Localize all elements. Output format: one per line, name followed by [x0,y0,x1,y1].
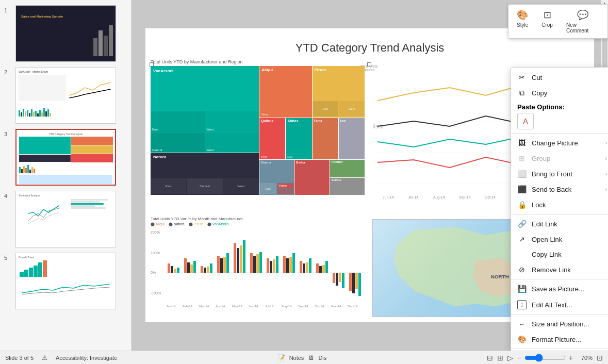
svg-rect-26 [253,256,256,273]
ctx-change-picture[interactable]: 🖼 Change Picture › [511,135,608,151]
view-slide-sorter-icon[interactable]: ⊞ [497,354,503,362]
svg-rect-39 [306,262,308,273]
view-normal-icon[interactable]: ⊟ [487,354,493,362]
slide-item-4[interactable]: 4 Sentiment Analysis [3,190,128,249]
svg-rect-28 [259,252,262,273]
send-to-back-icon: ⬛ [517,185,527,193]
format-picture-icon: 🎨 [517,335,527,343]
svg-text:Jul-14: Jul-14 [408,195,418,199]
ctx-remove-link[interactable]: ⊘ Remove Link [511,262,608,277]
slide-thumb-1[interactable]: Sales and Marketing Sample [15,5,116,62]
open-link-icon: ↗ [517,235,527,243]
svg-rect-7 [174,269,176,273]
notes-icon: 📝 [277,354,285,361]
ctx-send-to-back-label: Send to Back [532,186,600,193]
slide-number-3: 3 [4,129,12,137]
ctx-cut[interactable]: ✂ Cut [511,70,608,85]
ctx-bring-to-front[interactable]: ⬜ Bring to Front › [511,166,608,181]
ctx-edit-alt-text-label: Edit Alt Text... [532,301,607,309]
svg-rect-50 [352,273,355,293]
slide-thumb-3[interactable]: YTD Category Trend Analysis [15,129,116,186]
svg-rect-29 [267,258,269,273]
change-picture-icon: 🖼 [517,139,527,147]
ctx-edit-link[interactable]: 🔗 Edit Link [511,216,608,231]
ctx-edit-alt-text[interactable]: ↕ Edit Alt Text... [511,296,608,313]
ctx-save-as-picture[interactable]: 💾 Save as Picture... [511,281,608,296]
ctx-copy-link[interactable]: Copy Link [511,247,608,262]
accessibility-text[interactable]: Accessibility: Investigate [56,355,117,361]
slide-thumb-2[interactable]: VanArsdel - Market Share [15,67,116,124]
ctx-bring-to-front-label: Bring to Front [532,170,600,178]
bring-to-front-arrow: › [605,171,607,177]
ctx-open-link[interactable]: ↗ Open Link [511,231,608,247]
crop-label: Crop [541,22,553,28]
svg-rect-48 [342,273,344,288]
slide-thumb-5[interactable]: Growth Trend [15,253,116,309]
zoom-in-button[interactable]: + [569,354,573,362]
svg-rect-24 [243,240,245,273]
bring-to-front-icon: ⬜ [517,170,527,178]
bar-chart: Total Units YTD Var % by Month and Manuf… [151,217,365,317]
ctx-lock[interactable]: 🔒 Lock [511,197,608,212]
svg-rect-33 [283,256,286,273]
treemap-chart[interactable]: Total Units YTD by Manufacturer and Regi… [151,59,365,204]
svg-rect-38 [303,263,305,273]
slide-item-3[interactable]: 3 YTD Category Trend Analysis [3,128,128,187]
svg-rect-23 [240,245,242,273]
svg-text:Oct-14: Oct-14 [485,195,496,199]
display-text[interactable]: Dis [318,355,326,361]
svg-text:Aug-14: Aug-14 [433,195,445,200]
ctx-send-to-back[interactable]: ⬛ Send to Back › [511,181,608,197]
status-bar: Slide 3 of 5 ⚠ Accessibility: Investigat… [0,351,608,364]
svg-rect-42 [319,266,322,273]
svg-rect-19 [223,257,226,273]
svg-rect-17 [217,256,220,273]
style-icon: 🎨 [517,9,528,21]
ctx-paste-section: Paste Options: A [511,101,608,131]
slide-number-4: 4 [4,191,12,199]
bar-chart-title: Total Units YTD Var % by Month and Manuf… [151,217,365,221]
svg-rect-13 [201,266,203,273]
svg-rect-40 [309,258,311,273]
slide-panel[interactable]: 1 Sales and Marketing Sample 2 [0,0,132,351]
svg-text:Sep-14: Sep-14 [298,305,308,308]
copy-icon: ⧉ [517,89,527,97]
paste-icon-btn-1[interactable]: A [517,113,534,129]
notes-button[interactable]: Notes [289,355,304,361]
ctx-format-picture[interactable]: 🎨 Format Picture... [511,332,608,347]
ctx-group[interactable]: ⊞ Group › [511,151,608,166]
new-comment-ribbon-icon: 💬 [577,9,588,21]
view-reading-icon[interactable]: ▷ [507,354,513,362]
zoom-out-button[interactable]: − [517,354,521,362]
svg-rect-10 [187,262,190,273]
svg-rect-32 [276,256,278,273]
svg-rect-46 [336,273,338,286]
svg-rect-37 [300,261,302,273]
ctx-size-and-position[interactable]: ↔ Size and Position... [511,317,608,332]
slide-thumb-4[interactable]: Sentiment Analysis [15,191,116,247]
style-button[interactable]: 🎨 Style [514,8,531,35]
lock-icon: 🔒 [517,201,527,209]
svg-text:Sep-14: Sep-14 [459,195,471,200]
svg-rect-12 [193,261,196,273]
slide-item-1[interactable]: 1 Sales and Marketing Sample [3,4,128,63]
bar-chart-svg: 200% 100% 0% -100% [151,227,365,309]
crop-button[interactable]: ⊡ Crop [538,8,556,35]
new-comment-ribbon-button[interactable]: 💬 New Comment [563,8,602,35]
slide-number-1: 1 [4,5,12,13]
slide-item-2[interactable]: 2 VanArsdel - Market Share [3,66,128,125]
svg-rect-45 [333,273,335,283]
slide-item-5[interactable]: 5 Growth Trend [3,252,128,310]
ctx-remove-link-label: Remove Link [532,266,607,274]
ctx-cut-label: Cut [532,74,607,81]
slide-info: Slide 3 of 5 [5,355,34,361]
paste-label: Paste Options: [517,103,607,111]
svg-text:Feb-14: Feb-14 [183,305,193,308]
fit-to-window-icon[interactable]: ⊡ [597,354,603,362]
ctx-copy[interactable]: ⧉ Copy [511,85,608,101]
svg-rect-5 [168,263,170,273]
zoom-slider[interactable] [524,354,566,362]
display-icon: 🖥 [308,354,314,361]
zoom-level[interactable]: 70% [577,355,593,361]
slide-number-2: 2 [4,67,12,75]
